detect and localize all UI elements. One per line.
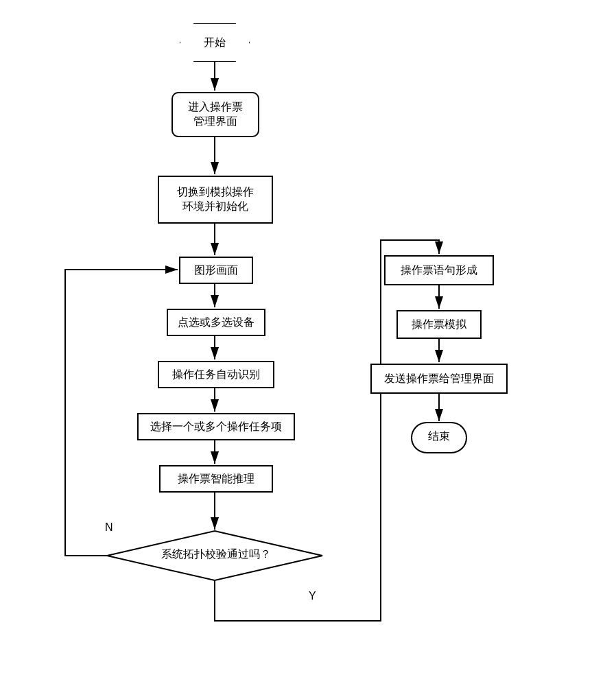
simulate-label: 操作票模拟 [412,318,466,332]
decision-label: 系统拓扑校验通过吗？ [161,548,271,560]
branch-no-label: N [105,521,113,534]
end-label: 结束 [428,430,450,442]
end-node: 结束 [412,429,466,444]
choose-tasks-node: 选择一个或多个操作任务项 [137,413,295,440]
reasoning-node: 操作票智能推理 [159,465,273,493]
auto-recognize-node: 操作任务自动识别 [158,361,274,388]
graphic-screen-label: 图形画面 [194,263,238,278]
send-mgmt-label: 发送操作票给管理界面 [384,372,494,386]
send-mgmt-node: 发送操作票给管理界面 [370,364,508,394]
switch-sim-node: 切换到模拟操作 环境并初始化 [158,176,273,224]
auto-recognize-label: 操作任务自动识别 [172,368,260,382]
form-sentence-node: 操作票语句形成 [384,255,494,285]
switch-sim-label: 切换到模拟操作 环境并初始化 [177,185,254,214]
simulate-node: 操作票模拟 [396,310,482,339]
branch-yes-label: Y [309,590,316,602]
start-label: 开始 [204,36,226,50]
graphic-screen-node: 图形画面 [179,257,253,284]
select-device-node: 点选或多选设备 [167,309,265,336]
enter-mgmt-label: 进入操作票 管理界面 [188,100,243,129]
select-device-label: 点选或多选设备 [178,316,254,330]
flow-connectors [0,0,616,686]
enter-mgmt-node: 进入操作票 管理界面 [171,92,259,137]
choose-tasks-label: 选择一个或多个操作任务项 [150,420,282,434]
start-node: 开始 [180,24,249,61]
reasoning-label: 操作票智能推理 [178,472,254,486]
decision-node: 系统拓扑校验通过吗？ [137,547,295,562]
form-sentence-label: 操作票语句形成 [401,263,477,278]
